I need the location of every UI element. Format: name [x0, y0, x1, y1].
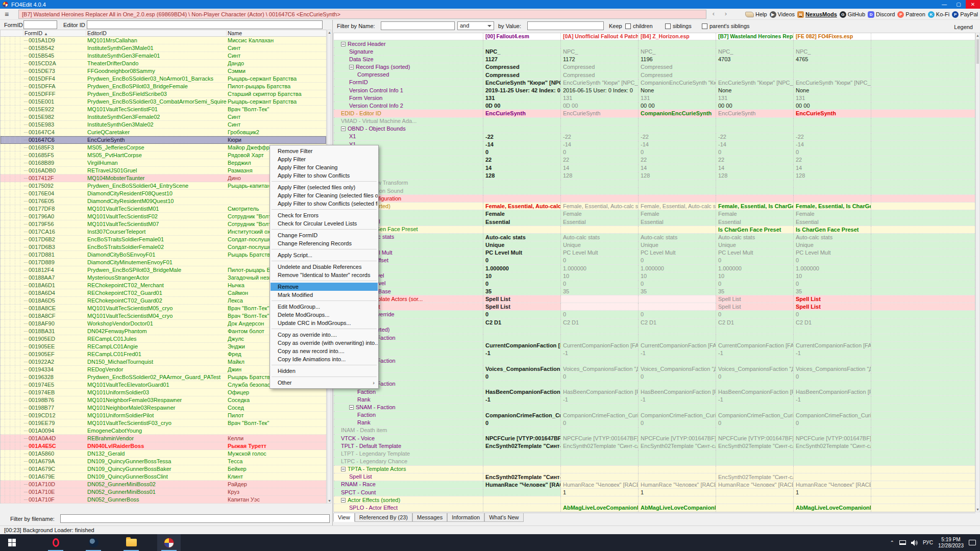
table-row[interactable]: 001A5860DN132_GeraldМужской голос	[1, 450, 326, 458]
table-row[interactable]: 001974EBMQ101UniformSoldier03Офицер	[1, 389, 326, 396]
record-row[interactable]: Y1-14-14-14-14-14	[334, 141, 975, 148]
table-row[interactable]: 00198B77MQ101NeighborMale03RespawnerСосе…	[1, 404, 326, 412]
record-row[interactable]: FormIDEncCurieSynth "Кюри" [NPC_:00...En…	[334, 79, 975, 87]
record-row[interactable]: XP Value Offset00000	[334, 257, 975, 264]
scroll-up-icon[interactable]: ▲	[328, 30, 331, 35]
record-row[interactable]: INAM - Death item	[334, 427, 975, 435]
record-row[interactable]: Z100000	[334, 148, 975, 156]
table-row[interactable]: 0015E983InstituteSynthGen3Male02Синт	[1, 121, 326, 129]
record-row[interactable]: CompressedCompressedCompressedCompressed	[334, 71, 975, 79]
record-row[interactable]: VTCK - VoiceNPCFCurie [VTYP:001647BF]NPC…	[334, 435, 975, 442]
record-row[interactable]: FactionVoices_CompanionsFaction "Дл...Vo…	[334, 365, 975, 373]
record-row[interactable]: SNAM - Faction	[334, 334, 975, 342]
record-row[interactable]: SignatureNPC_NPC_NPC_NPC_NPC_	[334, 48, 975, 56]
record-row[interactable]: Disposition Base3535353535	[334, 288, 975, 295]
nexusmods-link[interactable]: NNexusMods	[797, 11, 837, 18]
keep-children-checkbox[interactable]: children	[625, 23, 653, 29]
table-row[interactable]: 001A710DDN052_GunnerMiniBoss02Райдер	[1, 481, 326, 488]
filter-name-input[interactable]	[381, 21, 455, 30]
record-row[interactable]: FactionCurrentCompanionFaction [FAC...Cu…	[334, 342, 975, 349]
record-row[interactable]: Flags (sorted)Female, Essential, Auto-ca…	[334, 203, 975, 210]
menu-item-apply-filter[interactable]: Apply Filter	[271, 155, 378, 163]
table-row[interactable]: 001A679ADN109_QuincyGunnerBossTessaТесса	[1, 458, 326, 465]
record-row[interactable]: TPLT - Default TemplateEncSynth02Templat…	[334, 442, 975, 450]
table-row[interactable]: 0015E922MQ101VaultTecScientistF01Врач "В…	[1, 106, 326, 113]
record-row[interactable]: Rank-1-1-1-1-1	[334, 396, 975, 404]
record-row[interactable]: EDID - Editor IDEncCurieSynthEncCurieSyn…	[334, 110, 975, 117]
collapse-icon[interactable]	[341, 498, 346, 503]
menu-item-apply-filter-to-show-conflicts[interactable]: Apply Filter to show Conflicts	[271, 171, 378, 180]
menu-item-apply-filter-for-cleaning-selected-files-only[interactable]: Apply Filter for Cleaning (selected file…	[271, 191, 378, 199]
table-row[interactable]: 001A710FDN052_GunnerBossКапитан Уэс	[1, 496, 326, 504]
taskbar-steam[interactable]	[82, 534, 105, 551]
record-row[interactable]: Calc min level1010101010	[334, 272, 975, 280]
taskbar-explorer[interactable]	[119, 534, 143, 551]
record-row[interactable]: UniqueUniqueUniqueUniqueUniqueUnique	[334, 241, 975, 249]
back-arrow[interactable]: ‹	[708, 10, 719, 19]
record-row[interactable]: ACBS - Configuration	[334, 195, 975, 203]
column-header-formid[interactable]: FormID ▲	[23, 30, 86, 36]
menu-item-copy-as-override-with-overwriting-into[interactable]: Copy as override (with overwriting) into…	[271, 339, 378, 347]
record-row[interactable]: Auto-calc statsAuto-calc statsAuto-calc …	[334, 234, 975, 241]
record-row[interactable]: Rank00000	[334, 419, 975, 427]
record-row[interactable]: LTPT - Legendary Template	[334, 450, 975, 458]
table-row[interactable]: 0015A1D9MQ101MrsCallahanМиссис Каллахан	[1, 37, 326, 44]
forward-arrow[interactable]: ›	[721, 10, 731, 19]
help-link[interactable]: Help	[745, 11, 767, 17]
notification-center-icon[interactable]	[969, 540, 976, 545]
record-row[interactable]: UnknownC2 D1C2 D1C2 D1C2 D1C2 D1	[334, 319, 975, 327]
record-row[interactable]: Is CharGen Face PresetIs CharGen Face Pr…	[334, 226, 975, 234]
record-row[interactable]: Version Control Info 20D 000D 0000 0000 …	[334, 102, 975, 110]
menu-item-apply-script[interactable]: Apply Script...	[271, 251, 378, 259]
collapse-icon[interactable]	[341, 127, 346, 131]
menu-item-apply-filter-selected-files-only[interactable]: Apply Filter (selected files only)	[271, 183, 378, 191]
table-row[interactable]: 001647C4CurieQCaretakerГробовщик2	[1, 129, 326, 136]
table-row[interactable]: 001A679EDN109_QuincyGunnerBossClintКлинт	[1, 473, 326, 481]
breadcrumb[interactable]: [B7] Wasteland Heroines Replacer All in …	[18, 10, 706, 19]
menu-item-undelete-and-disable-references[interactable]: Undelete and Disable References	[271, 263, 378, 271]
discord-link[interactable]: DDiscord	[868, 11, 895, 18]
record-row[interactable]: Spell ListSpell ListSpell ListSpell List	[334, 303, 975, 311]
menu-item-mark-modified[interactable]: Mark Modified	[271, 291, 378, 299]
menu-item-copy-as-override-into[interactable]: Copy as override into....	[271, 331, 378, 339]
record-row[interactable]: Actor Effects (sorted)	[334, 496, 975, 504]
minimize-button[interactable]: —	[937, 0, 951, 9]
scroll-up-icon[interactable]: ▲	[976, 33, 979, 38]
menu-item-copy-as-new-record-into[interactable]: Copy as new record into....	[271, 347, 378, 355]
column-header-editorid[interactable]: EditorID	[86, 30, 227, 36]
menu-item-delete-modgroups[interactable]: Delete ModGroups...	[271, 311, 378, 319]
menu-item-remove-filter[interactable]: Remove Filter	[271, 147, 378, 155]
collapse-icon[interactable]	[341, 467, 346, 471]
record-row[interactable]: Rank00000	[334, 373, 975, 381]
collapse-icon[interactable]	[341, 42, 346, 46]
record-row[interactable]: Form Version131131131131131	[334, 94, 975, 102]
record-row[interactable]: VMAD - Virtual Machine Ada...	[334, 118, 975, 126]
column-header-name[interactable]: Name	[227, 30, 326, 36]
record-row[interactable]: PTRN - Preview Transform	[334, 180, 975, 187]
volume-icon[interactable]	[911, 540, 918, 546]
videos-link[interactable]: ▶Videos	[770, 11, 795, 18]
menu-item-apply-filter-to-show-conflicts-selected-files-only[interactable]: Apply Filter to show Conflicts (selected…	[271, 199, 378, 208]
kofi-link[interactable]: KKo-Fi	[928, 11, 949, 18]
record-row[interactable]: Z2128128128128128	[334, 172, 975, 180]
menu-item-copy-idle-animations-into[interactable]: Copy Idle Animations into...	[271, 355, 378, 363]
record-row[interactable]: SNAM - Faction	[334, 381, 975, 388]
record-row[interactable]: EssentialEssentialEssentialEssentialEsse…	[334, 218, 975, 226]
table-row[interactable]: 0015DFFFPrydwen_EncBoSFieldScribe03Старш…	[1, 90, 326, 98]
tab-referenced-by-23-[interactable]: Referenced By (23)	[355, 513, 412, 522]
record-row[interactable]: Use Template Actors (sor...Spell ListSpe…	[334, 295, 975, 303]
github-link[interactable]: GGitHub	[840, 11, 865, 18]
filter-operator-select[interactable]: and	[457, 21, 494, 30]
table-row[interactable]: 0015B542InstituteSynthGen3Male01Синт	[1, 44, 326, 52]
tab-view[interactable]: View	[333, 513, 355, 522]
language-indicator[interactable]: РУС	[923, 540, 933, 545]
hamburger-icon[interactable]: ≡	[0, 10, 13, 18]
tab-what-s-new[interactable]: What's New	[484, 513, 523, 522]
record-row[interactable]: SPCT - Count111	[334, 489, 975, 496]
plugin-column-header[interactable]: [00] Fallout4.esm	[483, 33, 561, 40]
taskbar-opera[interactable]	[44, 534, 67, 551]
record-row[interactable]: Data Size11271172119647034765	[334, 56, 975, 63]
menu-item-change-formid[interactable]: Change FormID	[271, 231, 378, 239]
records-table-header[interactable]: FormID ▲ EditorID Name	[0, 30, 327, 37]
record-row[interactable]: STCP - Animation Sound	[334, 187, 975, 195]
